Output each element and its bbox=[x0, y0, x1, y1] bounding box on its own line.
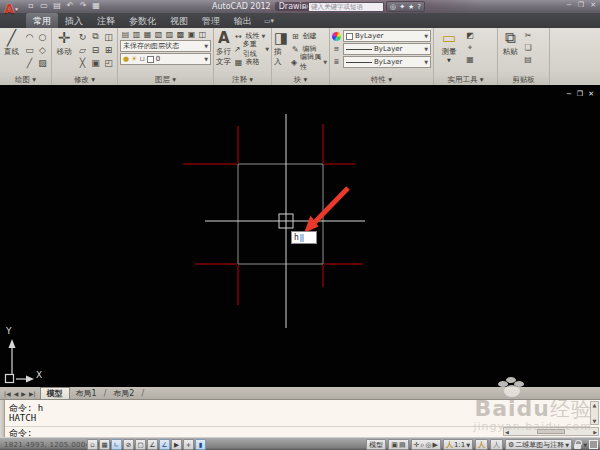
layer-state-dropdown[interactable]: 未保存的图层状态 ▼ bbox=[120, 40, 211, 52]
block-create-button[interactable]: ⊞创建 bbox=[290, 30, 327, 42]
favorites-icon[interactable]: ★ bbox=[408, 3, 414, 11]
clean-screen-button[interactable] bbox=[589, 440, 598, 449]
last-tab-icon[interactable]: ▶| bbox=[28, 390, 37, 397]
pan-icon[interactable]: ✛ bbox=[414, 441, 420, 449]
rotate-icon[interactable]: ↻ bbox=[76, 30, 89, 43]
trim-icon[interactable]: ⊟ bbox=[89, 43, 102, 56]
layer-properties-icon[interactable]: ▤ bbox=[121, 30, 130, 39]
open-folder-icon[interactable]: ▭ bbox=[39, 1, 49, 10]
layer-isolate-icon[interactable]: ▦ bbox=[143, 30, 152, 39]
panel-label-layer[interactable]: 图层 ▾ bbox=[118, 74, 213, 85]
close-icon[interactable]: ✕ bbox=[590, 1, 596, 9]
prev-tab-icon[interactable]: ◀ bbox=[13, 390, 20, 397]
scrollbar-thumb[interactable] bbox=[537, 429, 565, 434]
ortho-mode-toggle[interactable]: ⊘ bbox=[123, 439, 134, 450]
infocenter-search-input[interactable] bbox=[308, 2, 384, 12]
save-icon[interactable]: ▤ bbox=[52, 1, 62, 10]
measure-button[interactable]: ▭ 测量 ▼ bbox=[436, 30, 462, 63]
object-color-dropdown[interactable]: ByLayer ▼ bbox=[343, 30, 431, 42]
steering-wheel-icon[interactable]: ◎ bbox=[425, 441, 431, 449]
panel-label-modify[interactable]: 修改 ▾ bbox=[52, 74, 117, 85]
model-space-button[interactable]: 模型 bbox=[366, 439, 386, 450]
panel-label-clipboard[interactable]: 剪贴板 bbox=[498, 74, 549, 85]
quick-view-drawings-icon[interactable]: ▤ bbox=[399, 441, 406, 449]
ribbon-minimize-icon[interactable]: ▭▾ bbox=[259, 13, 279, 28]
circle-icon[interactable]: ○ bbox=[36, 30, 49, 43]
layer-lock-icon[interactable]: ▨ bbox=[165, 30, 174, 39]
dynamic-input-field[interactable]: h bbox=[291, 231, 317, 244]
first-tab-icon[interactable]: |◀ bbox=[3, 390, 12, 397]
scale-icon[interactable]: ▣ bbox=[89, 56, 102, 69]
dynamic-ucs-toggle[interactable]: ▶ bbox=[171, 439, 182, 450]
layer-match-icon[interactable]: ▩ bbox=[176, 30, 185, 39]
stretch-icon[interactable]: ▱ bbox=[76, 43, 89, 56]
new-file-icon[interactable]: ▫ bbox=[26, 1, 36, 10]
tab-parametric[interactable]: 参数化 bbox=[122, 13, 163, 28]
show-motion-icon[interactable]: ▶ bbox=[432, 441, 437, 449]
layer-prev-icon[interactable]: ▣ bbox=[187, 30, 196, 39]
polar-tracking-toggle[interactable]: ▢ bbox=[135, 439, 146, 450]
tab-layout1[interactable]: 布局1 bbox=[70, 387, 103, 399]
command-window-grip[interactable] bbox=[0, 400, 5, 438]
layer-walk-icon[interactable]: ◫ bbox=[198, 30, 207, 39]
doc-restore-icon[interactable]: ❐ bbox=[577, 90, 583, 98]
tab-output[interactable]: 输出 bbox=[227, 13, 259, 28]
zoom-icon[interactable]: ⌕ bbox=[420, 441, 424, 449]
layer-off-icon[interactable]: ▥ bbox=[132, 30, 141, 39]
scroll-down-icon[interactable]: ▼ bbox=[593, 418, 597, 424]
scroll-left-icon[interactable]: ◀ bbox=[505, 429, 509, 435]
lineweight-toggle[interactable]: ▮ bbox=[195, 439, 206, 450]
insert-block-button[interactable]: ◨ 插入 bbox=[274, 30, 288, 67]
line-button[interactable]: ╱ 直线 bbox=[2, 30, 21, 57]
redo-icon[interactable]: ↷ bbox=[78, 1, 88, 10]
panel-label-properties[interactable]: 特性 ▾ bbox=[330, 74, 433, 85]
polygon-icon[interactable]: ◇ bbox=[36, 43, 49, 56]
plot-icon[interactable]: ▦ bbox=[91, 1, 101, 10]
polyline-icon[interactable]: ╱ bbox=[23, 56, 36, 69]
minimize-icon[interactable]: − bbox=[566, 1, 572, 9]
annotation-autoscale-button[interactable]: 人 bbox=[490, 439, 503, 450]
command-horizontal-scrollbar[interactable]: ◀ ▶ bbox=[503, 427, 599, 436]
tab-layout2[interactable]: 布局2 bbox=[107, 387, 140, 399]
linetype-dropdown[interactable]: ByLayer ▼ bbox=[343, 56, 431, 68]
mirror-icon[interactable]: ◫ bbox=[102, 30, 115, 43]
match-properties-icon[interactable]: ▤ bbox=[522, 54, 534, 65]
restore-icon[interactable]: ❐ bbox=[578, 1, 584, 9]
application-menu-button[interactable]: A▾ bbox=[1, 0, 21, 17]
chevron-down-icon[interactable]: ▼ bbox=[583, 442, 587, 448]
layer-dropdown[interactable]: ● ☀ ⊔ 0 ▼ bbox=[120, 53, 211, 65]
quick-view-layouts-icon[interactable]: ▣ bbox=[391, 441, 398, 449]
arc-icon[interactable]: ◠ bbox=[23, 30, 36, 43]
quick-calc-icon[interactable]: ▦ bbox=[464, 54, 476, 65]
undo-icon[interactable]: ↶ bbox=[65, 1, 75, 10]
multileader-button[interactable]: ↗多重引线▼ bbox=[233, 43, 269, 55]
search-icon[interactable]: ◎ bbox=[390, 3, 396, 11]
lock-ui-icon[interactable] bbox=[574, 444, 581, 449]
dynamic-input-toggle[interactable]: + bbox=[183, 439, 194, 450]
array-icon[interactable]: ◰ bbox=[102, 56, 115, 69]
snap-mode-toggle[interactable]: ▦ bbox=[99, 439, 110, 450]
erase-icon[interactable]: ╳ bbox=[76, 56, 89, 69]
scroll-up-icon[interactable]: ▲ bbox=[593, 402, 597, 408]
doc-minimize-icon[interactable]: − bbox=[566, 90, 572, 98]
hatch-icon[interactable]: ▨ bbox=[36, 56, 49, 69]
communication-center-icon[interactable]: ✦ bbox=[399, 3, 405, 11]
command-vertical-scrollbar[interactable]: ▲ ▼ bbox=[590, 401, 599, 425]
object-snap-toggle[interactable]: ∠ bbox=[147, 439, 158, 450]
edit-attributes-button[interactable]: ◈编辑属性▼ bbox=[290, 56, 327, 68]
cut-icon[interactable]: ✂ bbox=[522, 30, 534, 41]
annotation-visibility-button[interactable]: 人 bbox=[475, 439, 488, 450]
grid-display-toggle[interactable]: ∟ bbox=[111, 439, 122, 450]
infer-constraints-toggle[interactable]: ▫ bbox=[87, 439, 98, 450]
layer-freeze-icon[interactable]: ▧ bbox=[154, 30, 163, 39]
lineweight-dropdown[interactable]: ByLayer ▼ bbox=[343, 43, 431, 55]
fillet-icon[interactable]: ⊞ bbox=[102, 43, 115, 56]
scroll-right-icon[interactable]: ▶ bbox=[593, 429, 597, 435]
quick-select-icon[interactable]: ⌖ bbox=[464, 42, 476, 53]
panel-label-utilities[interactable]: 实用工具 ▾ bbox=[434, 74, 497, 85]
next-tab-icon[interactable]: ▶ bbox=[20, 390, 27, 397]
help-icon[interactable]: ? bbox=[417, 3, 421, 11]
table-button[interactable]: ▦表格 bbox=[233, 56, 269, 68]
doc-close-icon[interactable]: ✕ bbox=[588, 90, 594, 98]
move-button[interactable]: ✛ 移动 bbox=[54, 30, 74, 57]
